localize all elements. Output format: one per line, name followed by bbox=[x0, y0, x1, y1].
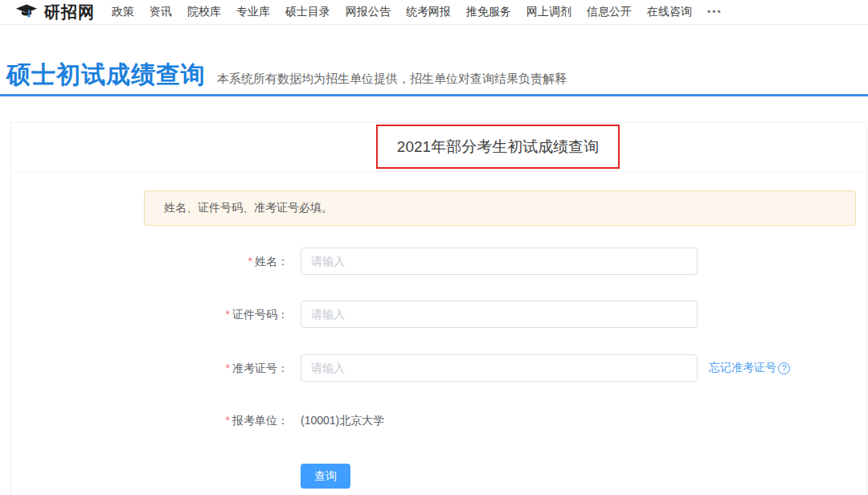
page-title: 硕士初试成绩查询 bbox=[6, 59, 206, 92]
annotation-red-box: 2021年部分考生初试成绩查询 bbox=[376, 125, 620, 169]
card-title: 2021年部分考生初试成绩查询 bbox=[397, 137, 599, 158]
required-asterisk: * bbox=[248, 255, 252, 268]
forgot-ticket-label: 忘记准考证号 bbox=[709, 361, 776, 375]
nav-item-majors[interactable]: 专业库 bbox=[236, 5, 270, 19]
card-title-row: 2021年部分考生初试成绩查询 bbox=[11, 123, 866, 172]
required-asterisk: * bbox=[226, 362, 230, 374]
nav-item-policy[interactable]: 政策 bbox=[112, 5, 134, 19]
forgot-ticket-link[interactable]: 忘记准考证号 ? bbox=[709, 354, 790, 382]
help-question-icon: ? bbox=[778, 362, 790, 374]
institution-value: (10001)北京大学 bbox=[301, 411, 384, 430]
query-card: 2021年部分考生初试成绩查询 姓名、证件号码、准考证号必填。 *姓名： *证件… bbox=[10, 122, 867, 495]
id-number-input[interactable] bbox=[301, 301, 698, 328]
graduation-cap-icon bbox=[14, 2, 39, 22]
nav-item-schools[interactable]: 院校库 bbox=[187, 5, 221, 19]
query-button[interactable]: 查询 bbox=[301, 464, 350, 489]
nav-item-master-catalog[interactable]: 硕士目录 bbox=[285, 5, 330, 19]
nav-item-exempt-service[interactable]: 推免服务 bbox=[466, 5, 511, 19]
name-label: *姓名： bbox=[11, 248, 289, 275]
id-number-label: *证件号码： bbox=[11, 301, 289, 328]
site-logo[interactable]: 研招网 bbox=[14, 2, 95, 23]
required-asterisk: * bbox=[226, 308, 230, 321]
nav-item-adjustment[interactable]: 网上调剂 bbox=[526, 5, 571, 19]
name-input[interactable] bbox=[301, 248, 698, 275]
alert-text: 姓名、证件号码、准考证号必填。 bbox=[164, 201, 333, 215]
header-divider bbox=[0, 94, 868, 96]
site-logo-label: 研招网 bbox=[44, 2, 95, 23]
nav-item-announcements[interactable]: 网报公告 bbox=[346, 5, 391, 19]
top-navbar: 研招网 政策 资讯 院校库 专业库 硕士目录 网报公告 统考网报 推免服务 网上… bbox=[0, 0, 868, 25]
institution-label: *报考单位： bbox=[11, 411, 289, 430]
required-asterisk: * bbox=[226, 414, 230, 427]
page-subtitle: 本系统所有数据均为招生单位提供，招生单位对查询结果负责解释 bbox=[217, 72, 567, 87]
page-header: 硕士初试成绩查询 本系统所有数据均为招生单位提供，招生单位对查询结果负责解释 bbox=[0, 25, 868, 94]
nav-item-news[interactable]: 资讯 bbox=[149, 5, 172, 19]
page: 研招网 政策 资讯 院校库 专业库 硕士目录 网报公告 统考网报 推免服务 网上… bbox=[0, 0, 868, 495]
nav-item-online-consult[interactable]: 在线咨询 bbox=[647, 5, 692, 19]
nav-item-unified-reg[interactable]: 统考网报 bbox=[406, 5, 451, 19]
required-fields-alert: 姓名、证件号码、准考证号必填。 bbox=[144, 190, 856, 226]
ticket-number-label: *准考证号： bbox=[11, 354, 289, 382]
ticket-number-input[interactable] bbox=[301, 354, 698, 382]
nav-item-info-disclosure[interactable]: 信息公开 bbox=[587, 5, 632, 19]
nav-more-dots[interactable]: ••• bbox=[707, 6, 723, 18]
main-nav: 政策 资讯 院校库 专业库 硕士目录 网报公告 统考网报 推免服务 网上调剂 信… bbox=[112, 5, 723, 19]
